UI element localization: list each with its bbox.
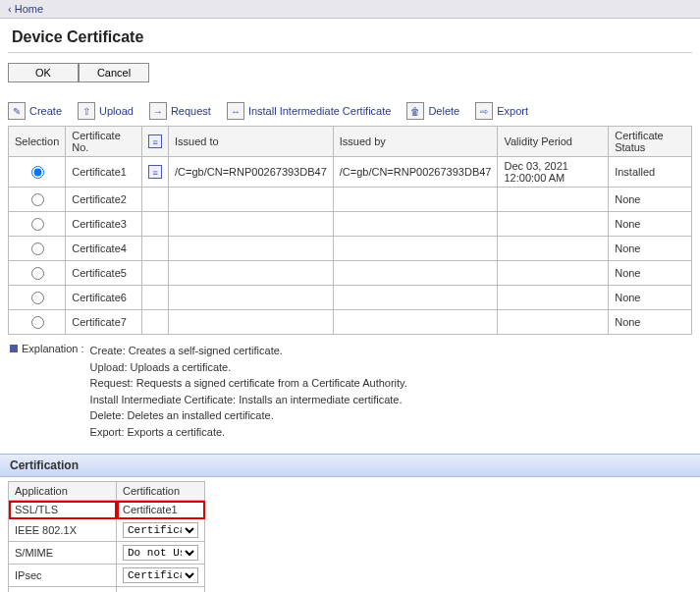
app-name-ieee: IEEE 802.1X — [9, 519, 117, 542]
app-row-smime: S/MIME Do not Use — [9, 542, 205, 565]
issued-to — [169, 188, 334, 212]
issued-by — [333, 188, 498, 212]
install-label: Install Intermediate Certificate — [248, 105, 392, 117]
issued-by — [333, 310, 498, 335]
request-button[interactable]: →Request — [149, 102, 211, 120]
cert-no: Certificate5 — [66, 261, 142, 286]
issued-to — [169, 286, 334, 310]
export-label: Export — [497, 105, 528, 117]
col-cert-no: Certificate No. — [66, 127, 142, 157]
issued-by — [333, 286, 498, 310]
table-row: Certificate2None — [9, 188, 692, 212]
issued-by: /C=gb/CN=RNP00267393DB47 — [333, 157, 498, 188]
col-selection: Selection — [9, 127, 66, 157]
cancel-button[interactable]: Cancel — [79, 63, 149, 82]
validity — [498, 188, 609, 212]
validity — [498, 237, 609, 261]
cert-no: Certificate2 — [66, 188, 142, 212]
request-icon: → — [149, 102, 167, 120]
create-button[interactable]: ✎Create — [8, 102, 62, 120]
cert-no: Certificate4 — [66, 237, 142, 261]
install-intermediate-button[interactable]: ↔Install Intermediate Certificate — [227, 102, 392, 120]
export-icon: ⇨ — [475, 102, 493, 120]
validity — [498, 310, 609, 335]
table-row: Certificate6None — [9, 286, 692, 310]
explanation-line: Upload: Uploads a certificate. — [90, 359, 407, 376]
app-name-ipsec: IPsec — [9, 565, 117, 587]
validity — [498, 286, 609, 310]
app-select-ieee[interactable]: Certificate2 — [123, 522, 198, 538]
issued-by — [333, 237, 498, 261]
app-row-pdf: PDF Digital Signature Certificate1 — [9, 587, 205, 593]
ok-button[interactable]: OK — [8, 63, 79, 82]
status: None — [609, 212, 692, 237]
app-row-ssl: SSL/TLS Certificate1 — [9, 501, 205, 519]
toolbar: ✎Create ⇧Upload →Request ↔Install Interm… — [0, 98, 700, 126]
col-validity: Validity Period — [498, 127, 609, 157]
validity — [498, 212, 609, 237]
col-issued-to: Issued to — [169, 127, 334, 157]
select-radio[interactable] — [31, 242, 44, 255]
upload-button[interactable]: ⇧Upload — [78, 102, 134, 120]
col-detail: ≡ — [142, 127, 169, 157]
home-link[interactable]: Home — [8, 3, 43, 15]
validity — [498, 261, 609, 286]
page-title: Device Certificate — [0, 19, 700, 52]
explanation-block-1: Explanation : Create: Creates a self-sig… — [0, 335, 700, 450]
status: None — [609, 188, 692, 212]
certification-section-header: Certification — [0, 454, 700, 477]
certificate-table: Selection Certificate No. ≡ Issued to Is… — [8, 126, 692, 335]
issued-by — [333, 212, 498, 237]
explanation-line: Export: Exports a certificate. — [90, 424, 407, 441]
request-label: Request — [171, 105, 211, 117]
select-radio[interactable] — [31, 166, 44, 179]
explanation-line: Install Intermediate Certificate: Instal… — [90, 392, 407, 408]
table-row: Certificate4None — [9, 237, 692, 261]
table-row: Certificate7None — [9, 310, 692, 335]
cert-no: Certificate7 — [66, 310, 142, 335]
delete-label: Delete — [428, 105, 459, 117]
col-status: Certificate Status — [609, 127, 692, 157]
table-row: Certificate3None — [9, 212, 692, 237]
select-radio[interactable] — [31, 193, 44, 206]
detail-header-icon: ≡ — [148, 135, 162, 148]
select-radio[interactable] — [31, 267, 44, 280]
detail-icon[interactable]: ≡ — [148, 165, 162, 179]
install-icon: ↔ — [227, 102, 244, 120]
app-select-ipsec[interactable]: Certificate1 — [123, 567, 198, 583]
app-row-ipsec: IPsec Certificate1 — [9, 565, 205, 587]
app-name-pdf: PDF Digital Signature — [9, 587, 117, 593]
cert-no: Certificate6 — [66, 286, 142, 310]
export-button[interactable]: ⇨Export — [475, 102, 528, 120]
app-value-ssl: Certificate1 — [117, 501, 205, 519]
status: None — [609, 261, 692, 286]
issued-to — [169, 261, 334, 286]
issued-to — [169, 237, 334, 261]
create-icon: ✎ — [8, 102, 26, 120]
app-row-ieee: IEEE 802.1X Certificate2 — [9, 519, 205, 542]
divider — [8, 52, 692, 53]
explanation-label: Explanation : — [22, 343, 84, 354]
table-row: Certificate5None — [9, 261, 692, 286]
explanation-line: Request: Requests a signed certificate f… — [90, 375, 407, 392]
bullet-icon — [10, 345, 18, 352]
status: None — [609, 286, 692, 310]
cert-no: Certificate1 — [66, 157, 142, 188]
delete-button[interactable]: 🗑Delete — [406, 102, 459, 120]
select-radio[interactable] — [31, 292, 44, 304]
delete-icon: 🗑 — [406, 102, 424, 120]
select-radio[interactable] — [31, 316, 44, 329]
status: None — [609, 237, 692, 261]
issued-to: /C=gb/CN=RNP00267393DB47 — [169, 157, 334, 188]
select-radio[interactable] — [31, 218, 44, 231]
create-label: Create — [29, 105, 62, 117]
issued-to — [169, 310, 334, 335]
status: None — [609, 310, 692, 335]
explanation-line: Delete: Deletes an installed certificate… — [90, 407, 407, 424]
application-table: Application Certification SSL/TLS Certif… — [8, 481, 205, 592]
cert-no: Certificate3 — [66, 212, 142, 237]
app-select-smime[interactable]: Do not Use — [123, 545, 198, 561]
col-issued-by: Issued by — [333, 127, 498, 157]
app-name-ssl: SSL/TLS — [9, 501, 117, 519]
upload-label: Upload — [99, 105, 134, 117]
